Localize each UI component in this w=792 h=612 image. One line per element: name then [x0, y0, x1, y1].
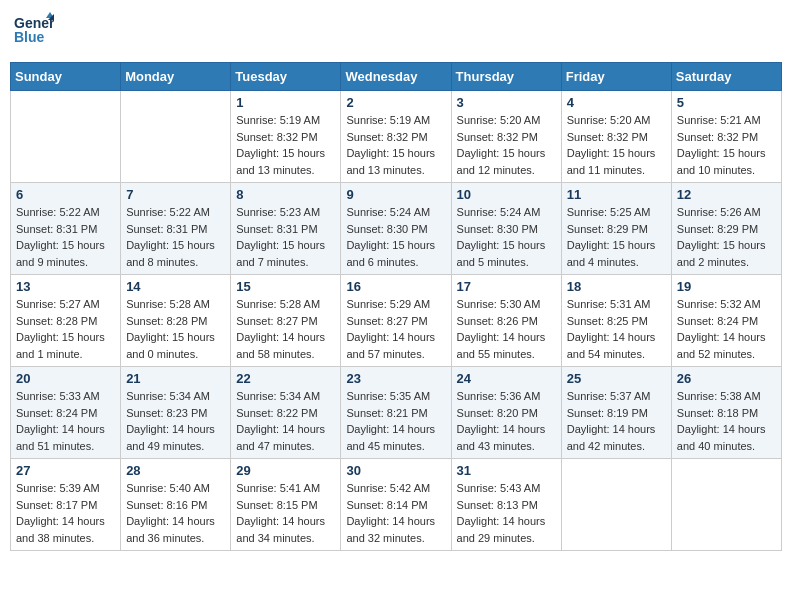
day-number: 5: [677, 95, 776, 110]
weekday-header: Monday: [121, 63, 231, 91]
calendar-cell: 21Sunrise: 5:34 AM Sunset: 8:23 PM Dayli…: [121, 367, 231, 459]
day-number: 9: [346, 187, 445, 202]
day-number: 14: [126, 279, 225, 294]
day-info: Sunrise: 5:34 AM Sunset: 8:22 PM Dayligh…: [236, 388, 335, 454]
day-number: 4: [567, 95, 666, 110]
calendar-cell: 12Sunrise: 5:26 AM Sunset: 8:29 PM Dayli…: [671, 183, 781, 275]
calendar-week-row: 1Sunrise: 5:19 AM Sunset: 8:32 PM Daylig…: [11, 91, 782, 183]
day-info: Sunrise: 5:22 AM Sunset: 8:31 PM Dayligh…: [16, 204, 115, 270]
day-info: Sunrise: 5:20 AM Sunset: 8:32 PM Dayligh…: [457, 112, 556, 178]
calendar-cell: 17Sunrise: 5:30 AM Sunset: 8:26 PM Dayli…: [451, 275, 561, 367]
day-number: 19: [677, 279, 776, 294]
day-number: 28: [126, 463, 225, 478]
calendar-cell: 14Sunrise: 5:28 AM Sunset: 8:28 PM Dayli…: [121, 275, 231, 367]
page-header: General Blue: [10, 10, 782, 54]
day-number: 12: [677, 187, 776, 202]
day-info: Sunrise: 5:30 AM Sunset: 8:26 PM Dayligh…: [457, 296, 556, 362]
day-info: Sunrise: 5:20 AM Sunset: 8:32 PM Dayligh…: [567, 112, 666, 178]
day-info: Sunrise: 5:21 AM Sunset: 8:32 PM Dayligh…: [677, 112, 776, 178]
day-number: 3: [457, 95, 556, 110]
calendar-cell: 25Sunrise: 5:37 AM Sunset: 8:19 PM Dayli…: [561, 367, 671, 459]
day-number: 21: [126, 371, 225, 386]
day-number: 7: [126, 187, 225, 202]
weekday-header: Friday: [561, 63, 671, 91]
day-number: 31: [457, 463, 556, 478]
day-info: Sunrise: 5:28 AM Sunset: 8:28 PM Dayligh…: [126, 296, 225, 362]
calendar-cell: 31Sunrise: 5:43 AM Sunset: 8:13 PM Dayli…: [451, 459, 561, 551]
day-info: Sunrise: 5:19 AM Sunset: 8:32 PM Dayligh…: [236, 112, 335, 178]
day-info: Sunrise: 5:23 AM Sunset: 8:31 PM Dayligh…: [236, 204, 335, 270]
day-number: 8: [236, 187, 335, 202]
day-number: 29: [236, 463, 335, 478]
calendar-cell: 11Sunrise: 5:25 AM Sunset: 8:29 PM Dayli…: [561, 183, 671, 275]
day-number: 13: [16, 279, 115, 294]
calendar-table: SundayMondayTuesdayWednesdayThursdayFrid…: [10, 62, 782, 551]
logo: General Blue: [14, 10, 54, 54]
day-info: Sunrise: 5:25 AM Sunset: 8:29 PM Dayligh…: [567, 204, 666, 270]
calendar-cell: [561, 459, 671, 551]
day-info: Sunrise: 5:38 AM Sunset: 8:18 PM Dayligh…: [677, 388, 776, 454]
calendar-cell: 28Sunrise: 5:40 AM Sunset: 8:16 PM Dayli…: [121, 459, 231, 551]
calendar-cell: 29Sunrise: 5:41 AM Sunset: 8:15 PM Dayli…: [231, 459, 341, 551]
day-number: 2: [346, 95, 445, 110]
weekday-header: Saturday: [671, 63, 781, 91]
day-number: 15: [236, 279, 335, 294]
svg-text:Blue: Blue: [14, 29, 45, 45]
calendar-cell: 18Sunrise: 5:31 AM Sunset: 8:25 PM Dayli…: [561, 275, 671, 367]
calendar-cell: 13Sunrise: 5:27 AM Sunset: 8:28 PM Dayli…: [11, 275, 121, 367]
day-number: 10: [457, 187, 556, 202]
calendar-cell: 19Sunrise: 5:32 AM Sunset: 8:24 PM Dayli…: [671, 275, 781, 367]
day-number: 24: [457, 371, 556, 386]
calendar-cell: 5Sunrise: 5:21 AM Sunset: 8:32 PM Daylig…: [671, 91, 781, 183]
day-number: 18: [567, 279, 666, 294]
day-info: Sunrise: 5:34 AM Sunset: 8:23 PM Dayligh…: [126, 388, 225, 454]
calendar-cell: 10Sunrise: 5:24 AM Sunset: 8:30 PM Dayli…: [451, 183, 561, 275]
weekday-header-row: SundayMondayTuesdayWednesdayThursdayFrid…: [11, 63, 782, 91]
weekday-header: Thursday: [451, 63, 561, 91]
calendar-cell: [121, 91, 231, 183]
day-info: Sunrise: 5:26 AM Sunset: 8:29 PM Dayligh…: [677, 204, 776, 270]
day-number: 25: [567, 371, 666, 386]
day-number: 11: [567, 187, 666, 202]
day-info: Sunrise: 5:36 AM Sunset: 8:20 PM Dayligh…: [457, 388, 556, 454]
day-info: Sunrise: 5:33 AM Sunset: 8:24 PM Dayligh…: [16, 388, 115, 454]
weekday-header: Tuesday: [231, 63, 341, 91]
day-number: 27: [16, 463, 115, 478]
day-info: Sunrise: 5:40 AM Sunset: 8:16 PM Dayligh…: [126, 480, 225, 546]
day-info: Sunrise: 5:24 AM Sunset: 8:30 PM Dayligh…: [457, 204, 556, 270]
day-number: 16: [346, 279, 445, 294]
calendar-cell: 1Sunrise: 5:19 AM Sunset: 8:32 PM Daylig…: [231, 91, 341, 183]
day-number: 1: [236, 95, 335, 110]
calendar-cell: 22Sunrise: 5:34 AM Sunset: 8:22 PM Dayli…: [231, 367, 341, 459]
day-number: 23: [346, 371, 445, 386]
logo-graphic: General Blue: [14, 10, 54, 54]
calendar-cell: 24Sunrise: 5:36 AM Sunset: 8:20 PM Dayli…: [451, 367, 561, 459]
day-info: Sunrise: 5:43 AM Sunset: 8:13 PM Dayligh…: [457, 480, 556, 546]
calendar-cell: 16Sunrise: 5:29 AM Sunset: 8:27 PM Dayli…: [341, 275, 451, 367]
day-info: Sunrise: 5:24 AM Sunset: 8:30 PM Dayligh…: [346, 204, 445, 270]
day-info: Sunrise: 5:27 AM Sunset: 8:28 PM Dayligh…: [16, 296, 115, 362]
day-number: 22: [236, 371, 335, 386]
day-info: Sunrise: 5:22 AM Sunset: 8:31 PM Dayligh…: [126, 204, 225, 270]
weekday-header: Sunday: [11, 63, 121, 91]
calendar-cell: 15Sunrise: 5:28 AM Sunset: 8:27 PM Dayli…: [231, 275, 341, 367]
weekday-header: Wednesday: [341, 63, 451, 91]
calendar-week-row: 6Sunrise: 5:22 AM Sunset: 8:31 PM Daylig…: [11, 183, 782, 275]
day-info: Sunrise: 5:29 AM Sunset: 8:27 PM Dayligh…: [346, 296, 445, 362]
day-number: 17: [457, 279, 556, 294]
day-info: Sunrise: 5:19 AM Sunset: 8:32 PM Dayligh…: [346, 112, 445, 178]
day-info: Sunrise: 5:39 AM Sunset: 8:17 PM Dayligh…: [16, 480, 115, 546]
day-number: 30: [346, 463, 445, 478]
calendar-cell: 2Sunrise: 5:19 AM Sunset: 8:32 PM Daylig…: [341, 91, 451, 183]
calendar-cell: [671, 459, 781, 551]
calendar-cell: 7Sunrise: 5:22 AM Sunset: 8:31 PM Daylig…: [121, 183, 231, 275]
calendar-cell: 30Sunrise: 5:42 AM Sunset: 8:14 PM Dayli…: [341, 459, 451, 551]
calendar-cell: 3Sunrise: 5:20 AM Sunset: 8:32 PM Daylig…: [451, 91, 561, 183]
day-number: 20: [16, 371, 115, 386]
calendar-week-row: 20Sunrise: 5:33 AM Sunset: 8:24 PM Dayli…: [11, 367, 782, 459]
day-number: 6: [16, 187, 115, 202]
calendar-cell: 9Sunrise: 5:24 AM Sunset: 8:30 PM Daylig…: [341, 183, 451, 275]
day-info: Sunrise: 5:37 AM Sunset: 8:19 PM Dayligh…: [567, 388, 666, 454]
calendar-cell: 26Sunrise: 5:38 AM Sunset: 8:18 PM Dayli…: [671, 367, 781, 459]
calendar-cell: 4Sunrise: 5:20 AM Sunset: 8:32 PM Daylig…: [561, 91, 671, 183]
